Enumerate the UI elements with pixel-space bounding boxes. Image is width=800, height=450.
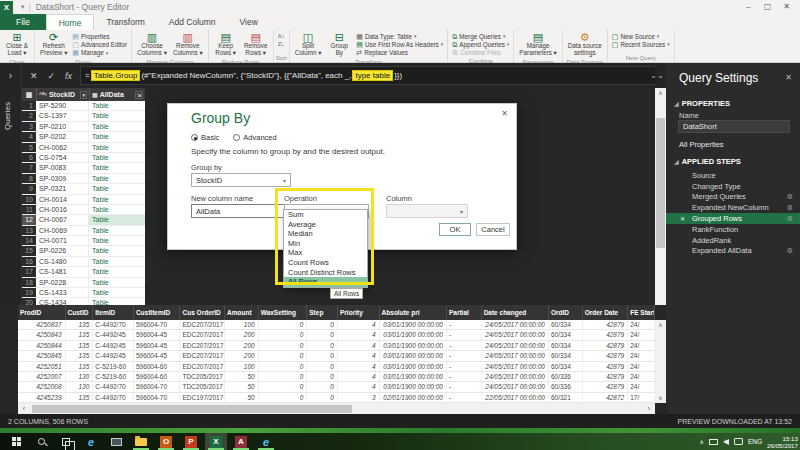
ok-button[interactable]: OK <box>439 223 471 236</box>
table-row[interactable]: 4250844135C-4492/45596004-45EDC207/20172… <box>18 341 655 351</box>
network-icon[interactable] <box>709 439 718 445</box>
stockid-cell[interactable]: CS-1434 <box>36 298 89 305</box>
alldata-cell[interactable]: Table <box>89 184 145 193</box>
operation-option[interactable]: Min <box>284 239 367 249</box>
applied-step-merged-queries[interactable]: Merged Queries⚙ <box>666 192 800 203</box>
stockid-cell[interactable]: CS-0754 <box>36 153 89 162</box>
table-row[interactable]: 16CS-1480Table <box>22 257 145 267</box>
gear-icon[interactable]: ⚙ <box>787 247 793 255</box>
operation-option[interactable]: Sum <box>284 210 367 220</box>
alldata-cell[interactable]: Table <box>89 174 145 183</box>
tab-file[interactable]: File <box>0 14 46 30</box>
column-header-custitemid[interactable]: CustItemID <box>134 305 181 320</box>
basic-radio[interactable]: Basic <box>191 133 219 142</box>
column-header-cus-orderid[interactable]: Cus OrderID <box>180 305 225 320</box>
tray-chevron-icon[interactable]: ∧ <box>700 438 704 445</box>
operation-option[interactable]: Median <box>284 229 367 239</box>
stockid-cell[interactable]: SP-0210 <box>36 122 89 131</box>
alldata-cell[interactable]: Table <box>89 226 145 235</box>
applied-step-rankfunction[interactable]: RankFunction <box>666 224 800 235</box>
column-header-order-date[interactable]: Order Date <box>583 305 629 320</box>
alldata-cell[interactable]: Table <box>89 122 145 131</box>
gear-icon[interactable]: ⚙ <box>787 193 793 201</box>
stockid-cell[interactable]: SP-0309 <box>36 174 89 183</box>
stockid-cell[interactable]: CS-1480 <box>36 257 89 266</box>
table-row[interactable]: 2CS-1397Table <box>22 111 145 121</box>
expand-queries-pane-button[interactable]: › <box>0 63 22 88</box>
language-indicator[interactable]: ENG <box>748 438 762 445</box>
table-row[interactable]: 4252051135C-5219-60596004-60EDC207/20171… <box>18 362 655 372</box>
ribbon-button-choose-columns[interactable]: ▥Choose Columns ▾ <box>134 31 170 58</box>
internet-explorer-2-icon[interactable]: e <box>255 433 277 450</box>
advanced-radio[interactable]: Advanced <box>233 133 276 142</box>
formula-cancel-icon[interactable]: ✕ <box>30 71 38 81</box>
new-column-input[interactable]: AllData <box>191 204 291 218</box>
search-button[interactable] <box>30 433 52 450</box>
stockid-cell[interactable]: SP-5290 <box>36 101 89 110</box>
table-row[interactable]: 4SP-0202Table <box>22 132 145 142</box>
ribbon-button-recent-sources[interactable]: ▢Recent Sources▾ <box>610 40 672 48</box>
notification-icon[interactable] <box>734 438 743 445</box>
expand-column-icon[interactable]: ⇲ <box>135 91 143 99</box>
applied-step-addedrank[interactable]: AddedRank <box>666 235 800 246</box>
formula-input[interactable]: = Table.Group(#"Expanded NewColumn", {"S… <box>80 66 662 85</box>
column-header-partial[interactable]: Partial <box>447 305 482 320</box>
formula-expand-icon[interactable]: ⌄ <box>655 63 666 88</box>
table-row[interactable]: 17CS-1481Table <box>22 267 145 277</box>
restore-button[interactable]: ▢ <box>758 0 777 14</box>
stockid-cell[interactable]: SP-0228 <box>36 278 89 287</box>
alldata-cell[interactable]: Table <box>89 288 145 297</box>
ribbon-button-properties[interactable]: ▤Properties <box>70 32 129 40</box>
scroll-down-icon[interactable]: ∨ <box>655 393 666 403</box>
stockid-cell[interactable]: CH-0062 <box>36 143 89 152</box>
table-row[interactable]: 7SP-0083Table <box>22 163 145 173</box>
tab-view[interactable]: View <box>228 14 270 30</box>
gear-icon[interactable]: ⚙ <box>787 204 793 212</box>
volume-muted-icon[interactable] <box>723 439 729 445</box>
grid-vertical-scrollbar[interactable]: ∧ <box>655 88 666 305</box>
horizontal-scrollbar[interactable]: ‹ › <box>18 403 655 414</box>
column-header-ordid[interactable]: OrdID <box>549 305 583 320</box>
ribbon-button-append[interactable]: ⧉Append Queries▾ <box>450 40 511 48</box>
table-row[interactable]: 13CH-0069Table <box>22 226 145 236</box>
scroll-left-icon[interactable]: ‹ <box>18 405 30 412</box>
excel-icon[interactable]: X <box>205 433 227 450</box>
tab-transform[interactable]: Transform <box>94 14 156 30</box>
stockid-cell[interactable]: CH-0067 <box>36 215 89 224</box>
minimize-button[interactable]: – <box>739 0 758 14</box>
table-row[interactable]: 9SP-0321Table <box>22 184 145 194</box>
table-row[interactable]: 20CS-1434Table <box>22 298 145 305</box>
dialog-close-icon[interactable]: ✕ <box>501 109 508 118</box>
alldata-cell[interactable]: Table <box>89 257 145 266</box>
stockid-cell[interactable]: SP-0083 <box>36 163 89 172</box>
column-header-priority[interactable]: Priority <box>338 305 380 320</box>
table-row[interactable]: 11CH-0016Table <box>22 205 145 215</box>
scroll-up-icon[interactable]: ∧ <box>655 88 666 98</box>
stockid-cell[interactable]: CS-1481 <box>36 267 89 276</box>
operation-option[interactable]: Max <box>284 248 367 258</box>
stockid-cell[interactable]: CH-0014 <box>36 195 89 204</box>
stockid-cell[interactable]: CS-1433 <box>36 288 89 297</box>
applied-step-expanded-newcolumn[interactable]: Expanded NewColumn⚙ <box>666 202 800 213</box>
table-row[interactable]: 1SP-5290Table <box>22 101 145 111</box>
alldata-cell[interactable]: Table <box>89 111 145 120</box>
alldata-cell[interactable]: Table <box>89 132 145 141</box>
table-row[interactable]: 4250837135C-4492/70596004-70EDC207/20171… <box>18 320 655 330</box>
operation-option[interactable]: Count Distinct Rows <box>284 268 367 278</box>
stockid-cell[interactable]: CH-0071 <box>36 236 89 245</box>
table-row[interactable]: 6CS-0754Table <box>22 153 145 163</box>
column-header-absolute-pri[interactable]: Absolute pri <box>380 305 447 320</box>
scrollbar-thumb[interactable] <box>656 118 665 248</box>
ribbon-button-replace-values[interactable]: ⇄Replace Values <box>354 49 445 57</box>
table-menu-icon[interactable]: ▦ <box>22 88 36 101</box>
filter-icon[interactable]: ▾ <box>80 91 87 99</box>
ribbon-button-merge[interactable]: ⧉Merge Queries▾ <box>450 32 511 40</box>
alldata-cell[interactable]: Table <box>89 163 145 172</box>
column-header-itemid[interactable]: ItemID <box>93 305 134 320</box>
formula-check-icon[interactable]: ✓ <box>48 71 56 81</box>
quick-access-arrow-icon[interactable]: ▾ <box>21 3 25 11</box>
alldata-cell[interactable]: Table <box>89 298 145 305</box>
stockid-cell[interactable]: CS-1397 <box>36 111 89 120</box>
operation-option[interactable]: Average <box>284 220 367 230</box>
alldata-cell[interactable]: Table <box>89 278 145 287</box>
